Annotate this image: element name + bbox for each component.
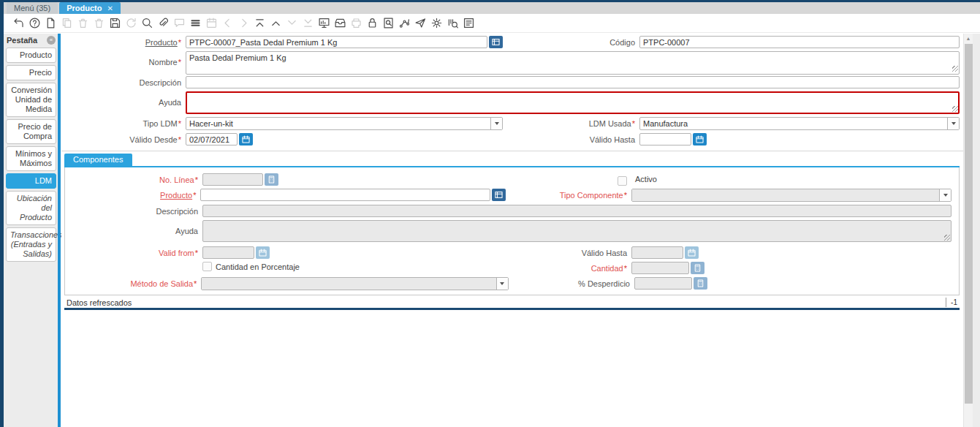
grid-toggle-icon [189, 17, 202, 29]
no-linea-input[interactable] [202, 173, 263, 186]
valido-hasta-input[interactable] [639, 133, 691, 146]
delete-selection-icon [93, 17, 105, 29]
report-button[interactable] [316, 15, 332, 31]
close-tab-icon[interactable]: ✕ [107, 4, 113, 12]
cantidad-input[interactable] [631, 262, 689, 274]
next-record-button[interactable] [235, 15, 251, 31]
help-button[interactable] [26, 15, 42, 31]
detail-valido-hasta-label: Válido Hasta [582, 249, 627, 257]
valid-from-input[interactable] [202, 246, 254, 259]
producto-input[interactable] [186, 36, 487, 48]
new-record-button[interactable] [42, 15, 58, 31]
ldm-usada-select[interactable]: Manufactura [639, 117, 960, 130]
first-record-button[interactable] [251, 15, 267, 31]
tab-producto[interactable]: Producto✕ [59, 2, 121, 14]
tab-componentes[interactable]: Componentes [64, 154, 132, 166]
resize-handle-icon[interactable] [952, 106, 958, 112]
tipo-ldm-select[interactable]: Hacer-un-kit [186, 117, 503, 130]
detail-valido-hasta-calendar-button[interactable] [685, 246, 699, 259]
save-button[interactable] [107, 15, 123, 31]
cantidad-label: Cantidad [591, 264, 623, 273]
descripcion-label: Descripción [140, 78, 181, 87]
sidebar-divider [58, 34, 61, 427]
nombre-textarea[interactable]: Pasta Dedal Premium 1 Kg [186, 51, 960, 75]
sidebar-item-ubicacion-del-producto[interactable]: Ubicación del Producto [6, 191, 56, 225]
descripcion-input[interactable] [186, 76, 960, 88]
valido-desde-calendar-button[interactable] [239, 133, 253, 146]
save-icon [109, 17, 121, 29]
detail-ayuda-textarea[interactable] [202, 220, 951, 242]
sidebar-item-minimos-y-maximos[interactable]: Mínimos y Máximos [6, 146, 56, 171]
no-linea-calculator-button[interactable] [265, 173, 278, 186]
vertical-scrollbar[interactable]: ▲ [963, 34, 973, 427]
sidebar-item-precio-de-compra[interactable]: Precio de Compra [6, 119, 56, 144]
previous-record-button[interactable] [219, 15, 235, 31]
cantidad-porcentaje-checkbox[interactable] [202, 262, 212, 271]
detail-record-icon [286, 17, 298, 29]
tab-menu[interactable]: Menú (35) [7, 2, 58, 14]
refresh-button[interactable] [123, 15, 139, 31]
codigo-input[interactable] [639, 36, 960, 48]
sidebar-item-producto[interactable]: Producto [6, 48, 56, 63]
grid-toggle-button[interactable] [187, 15, 203, 31]
chevron-down-icon[interactable] [939, 189, 951, 201]
chevron-down-icon[interactable] [496, 278, 508, 290]
producto-label: Producto [145, 38, 178, 47]
valido-desde-input[interactable] [186, 133, 238, 146]
cantidad-porcentaje-label: Cantidad en Porcentaje [212, 262, 300, 271]
delete-selection-button[interactable] [91, 15, 107, 31]
delete-record-icon [77, 17, 89, 29]
desperdicio-calculator-button[interactable] [694, 277, 707, 290]
detail-producto-search-button[interactable] [492, 189, 506, 201]
request-button[interactable] [412, 15, 428, 31]
scroll-up-icon[interactable]: ▲ [964, 34, 973, 43]
calculator-icon [267, 175, 276, 184]
find-button[interactable] [139, 15, 155, 31]
tipo-componente-select[interactable] [631, 189, 951, 202]
valid-from-calendar-button[interactable] [256, 246, 270, 259]
resize-handle-icon[interactable] [952, 66, 958, 72]
detail-producto-input[interactable] [200, 189, 490, 201]
chat-button[interactable] [171, 15, 187, 31]
chevron-down-icon[interactable] [947, 118, 959, 129]
request-send-icon [414, 17, 427, 29]
detail-descripcion-input[interactable] [202, 205, 951, 217]
detail-record-button[interactable] [284, 15, 300, 31]
cantidad-calculator-button[interactable] [691, 262, 704, 274]
scrollbar-thumb[interactable] [965, 44, 973, 404]
parent-record-button[interactable] [267, 15, 284, 31]
calendar-button[interactable] [203, 15, 219, 31]
sidebar-item-conversion-unidad-de-medida[interactable]: Conversión Unidad de Medida [6, 83, 56, 117]
sidebar-item-ldm[interactable]: LDM [6, 173, 56, 189]
calendar-icon [205, 17, 218, 29]
workflow-button[interactable] [396, 15, 412, 31]
tipo-componente-label: Tipo Componente [560, 191, 623, 200]
print-button[interactable] [348, 15, 364, 31]
ayuda-textarea[interactable] [186, 91, 960, 114]
collapse-sidebar-button[interactable]: « [47, 36, 56, 45]
resize-handle-icon[interactable] [944, 235, 950, 241]
copy-record-icon [61, 17, 73, 29]
preferences-button[interactable] [428, 15, 444, 31]
product-info-button[interactable] [444, 15, 460, 31]
sidebar-item-transacciones[interactable]: Transacciones (Entradas y Salidas) [6, 227, 56, 262]
zoom-across-button[interactable] [380, 15, 396, 31]
last-record-button[interactable] [300, 15, 316, 31]
producto-search-button[interactable] [489, 36, 503, 48]
undo-button[interactable] [10, 15, 26, 31]
detail-valido-hasta-input[interactable] [631, 246, 683, 259]
attachment-icon [157, 17, 170, 29]
chevron-down-icon[interactable] [490, 118, 502, 129]
delete-record-button[interactable] [75, 15, 91, 31]
valido-hasta-calendar-button[interactable] [693, 133, 707, 146]
attachment-button[interactable] [155, 15, 171, 31]
sidebar-item-precio[interactable]: Precio [6, 65, 56, 80]
print-preview-button[interactable] [460, 15, 476, 31]
copy-record-button[interactable] [58, 15, 75, 31]
metodo-salida-select[interactable] [201, 277, 508, 290]
desperdicio-input[interactable] [634, 277, 692, 290]
lock-button[interactable] [364, 15, 380, 31]
activo-checkbox[interactable] [618, 176, 627, 186]
main-area: Pestaña « Producto Precio Conversión Uni… [4, 34, 980, 427]
archive-button[interactable] [332, 15, 348, 31]
